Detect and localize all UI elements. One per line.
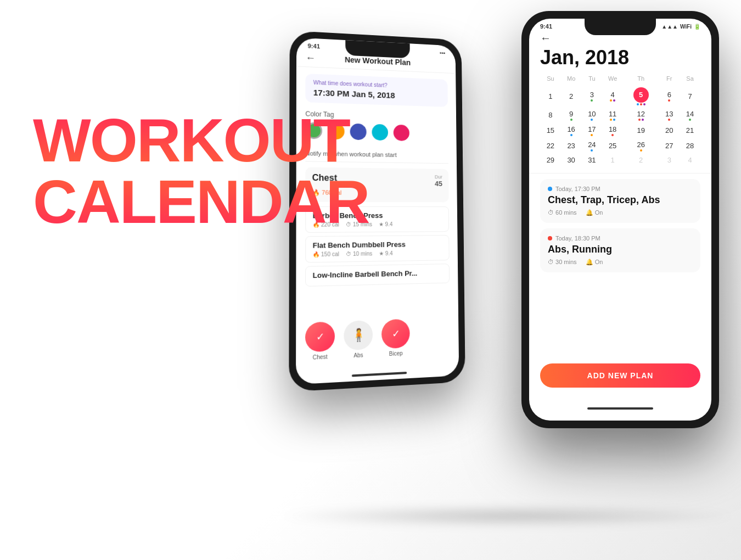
cal-day-0-5[interactable]: 6: [659, 85, 680, 108]
cal-day-2-3[interactable]: 18: [602, 123, 623, 138]
cal-day-1-5[interactable]: 13: [659, 108, 680, 123]
hero-workout: WORKOUT: [33, 110, 369, 171]
cal-day-3-6[interactable]: 28: [680, 138, 700, 154]
cal-header-we: We: [602, 75, 623, 85]
cal-day-0-6[interactable]: 7: [680, 85, 700, 108]
calendar-grid: Su Mo Tu We Th Fr Sa 1234567891011121314…: [540, 75, 700, 166]
calendar-month: Jan, 2018: [540, 47, 700, 69]
cal-day-3-4[interactable]: 26: [623, 138, 659, 154]
cal-day-2-4[interactable]: 19: [623, 123, 659, 138]
cal-header-fr: Fr: [659, 75, 680, 85]
cal-header-tu: Tu: [582, 75, 603, 85]
phone2-status-icons: ▲▲▲ WiFi 🔋: [661, 24, 700, 30]
cal-day-2-2[interactable]: 17: [582, 123, 603, 138]
cal-day-1-1[interactable]: 9: [561, 108, 582, 123]
event-notify-1: 🔔 On: [586, 259, 603, 266]
cal-day-2-5[interactable]: 20: [659, 123, 680, 138]
cal-day-4-6[interactable]: 4: [680, 154, 700, 166]
cal-day-0-1[interactable]: 2: [561, 85, 582, 108]
hero-text-block: WORKOUT CALENDAR: [33, 110, 369, 233]
cal-day-1-4[interactable]: 12: [623, 108, 659, 123]
time-section[interactable]: What time does workout start? 17:30 PM J…: [305, 74, 447, 107]
muscle-circle-abs: 🧍: [344, 320, 373, 350]
cal-day-2-1[interactable]: 16: [561, 123, 582, 138]
phone2-device: 9:41 ▲▲▲ WiFi 🔋 ← Jan, 2018 Su Mo Tu: [521, 11, 719, 428]
cal-day-0-2[interactable]: 3: [582, 85, 603, 108]
cal-day-3-0[interactable]: 22: [540, 138, 561, 154]
cal-day-4-0[interactable]: 29: [540, 154, 561, 166]
event-card-0[interactable]: Today, 17:30 PM Chest, Trap, Tricep, Abs…: [540, 179, 700, 223]
phone1-time: 9:41: [308, 42, 320, 49]
cal-day-3-1[interactable]: 23: [561, 138, 582, 154]
cal-day-1-2[interactable]: 10: [582, 108, 603, 123]
cal-week-4: 2930311234: [540, 154, 700, 166]
add-new-plan-button[interactable]: ADD NEW PLAN: [540, 363, 700, 388]
cal-day-0-3[interactable]: 4: [602, 85, 623, 108]
cal-week-0: 1234567: [540, 85, 700, 108]
cal-day-3-3[interactable]: 25: [602, 138, 623, 154]
ground-shadow: [274, 505, 741, 527]
exercise-name-1: Flat Bench Dumbbell Press: [313, 240, 443, 250]
muscle-label-abs: Abs: [353, 352, 363, 359]
exercise-time-1: ⏱ 10 mins: [346, 250, 372, 257]
phone2-time: 9:41: [540, 23, 552, 30]
exercise-meta-1: 🔥 150 cal ⏱ 10 mins ★ 9.4: [313, 250, 443, 257]
cal-day-4-3[interactable]: 1: [602, 154, 623, 166]
cal-day-1-0[interactable]: 8: [540, 108, 561, 123]
color-dot-3[interactable]: [372, 124, 388, 141]
cal-week-1: 891011121314: [540, 108, 700, 123]
phone1-home-indicator: [352, 372, 407, 377]
muscle-label-chest: Chest: [313, 354, 328, 361]
cal-header-mo: Mo: [561, 75, 582, 85]
event-time-0: Today, 17:30 PM: [555, 186, 600, 192]
muscle-icon-chest[interactable]: ✓ Chest: [305, 322, 335, 361]
cal-day-4-4[interactable]: 2: [623, 154, 659, 166]
event-notify-0: 🔔 On: [586, 209, 603, 216]
calendar-divider: [529, 173, 711, 173]
cal-day-3-5[interactable]: 27: [659, 138, 680, 154]
color-dot-4[interactable]: [394, 125, 409, 141]
muscle-bar: ✓ Chest 🧍 Abs ✓ Bicep: [305, 312, 451, 361]
muscle-icon-abs[interactable]: 🧍 Abs: [344, 320, 373, 359]
muscle-circle-bicep: ✓: [381, 319, 410, 349]
time-value: 17:30 PM Jan 5, 2018: [313, 88, 441, 102]
event-title-1: Abs, Running: [548, 244, 693, 255]
phone2-home-indicator: [587, 407, 653, 410]
cal-day-1-6[interactable]: 14: [680, 108, 700, 123]
cal-day-2-6[interactable]: 21: [680, 123, 700, 138]
phone2-content: ← Jan, 2018 Su Mo Tu We Th Fr Sa: [529, 30, 711, 272]
cal-day-2-0[interactable]: 15: [540, 123, 561, 138]
event-duration-1: ⏱ 30 mins: [548, 259, 577, 266]
phone1-status-icons: ▪▪▪: [440, 49, 445, 55]
calendar-body: 1234567891011121314151617181920212223242…: [540, 85, 700, 166]
exercise-item-1[interactable]: Flat Bench Dumbbell Press 🔥 150 cal ⏱ 10…: [305, 235, 450, 263]
cal-header-row: Su Mo Tu We Th Fr Sa: [540, 75, 700, 85]
phone2-screen: 9:41 ▲▲▲ WiFi 🔋 ← Jan, 2018 Su Mo Tu: [529, 19, 711, 421]
phone1-back-button[interactable]: ←: [305, 52, 315, 64]
event-indicator-0: [548, 187, 552, 191]
phones-wrapper: 9:41 ▪▪▪ ← New Workout Plan What time do…: [247, 0, 741, 560]
exercise-rating-1: ★ 9.4: [379, 250, 392, 256]
cal-day-4-2[interactable]: 31: [582, 154, 603, 166]
cal-day-4-1[interactable]: 30: [561, 154, 582, 166]
event-meta-1: ⏱ 30 mins 🔔 On: [548, 259, 693, 266]
event-dot-row-1: Today, 18:30 PM: [548, 235, 693, 242]
cal-week-2: 15161718192021: [540, 123, 700, 138]
event-card-1[interactable]: Today, 18:30 PM Abs, Running ⏱ 30 mins 🔔…: [540, 228, 700, 272]
cal-week-3: 22232425262728: [540, 138, 700, 154]
muscle-label-bicep: Bicep: [389, 350, 403, 357]
exercise-item-2[interactable]: Low-Incline Barbell Bench Pr...: [305, 264, 450, 287]
cal-header-th: Th: [623, 75, 659, 85]
event-meta-0: ⏱ 60 mins 🔔 On: [548, 209, 693, 216]
muscle-icon-bicep[interactable]: ✓ Bicep: [381, 319, 410, 357]
exercise-rating-0: ★ 9.4: [379, 221, 392, 227]
cal-day-0-0[interactable]: 1: [540, 85, 561, 108]
phone2-status-bar: 9:41 ▲▲▲ WiFi 🔋: [529, 19, 711, 30]
cal-day-4-5[interactable]: 3: [659, 154, 680, 166]
exercise-cal-1: 🔥 150 cal: [313, 251, 339, 257]
cal-day-1-3[interactable]: 11: [602, 108, 623, 123]
cal-day-0-4[interactable]: 5: [623, 85, 659, 108]
cal-day-3-2[interactable]: 24: [582, 138, 603, 154]
cal-header-sa: Sa: [680, 75, 700, 85]
event-time-1: Today, 18:30 PM: [555, 235, 600, 242]
